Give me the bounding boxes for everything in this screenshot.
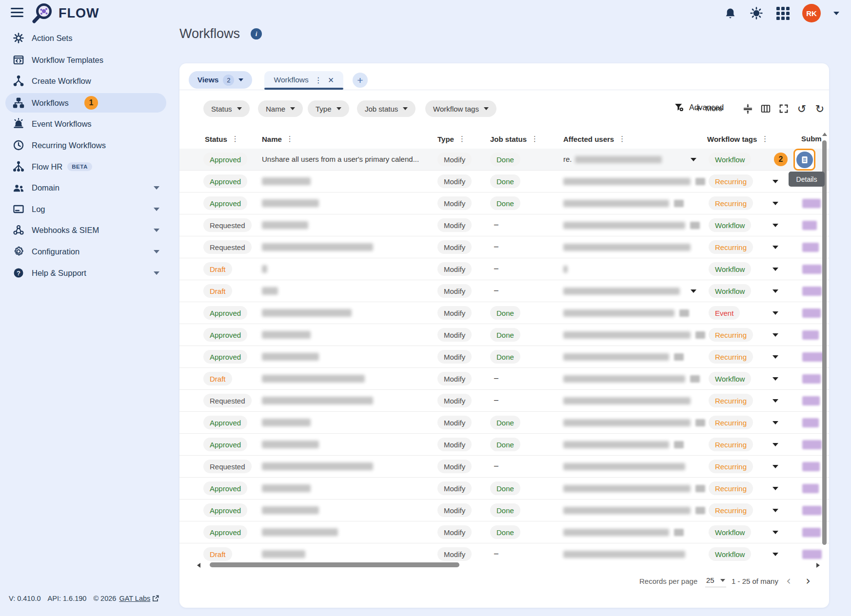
details-button[interactable] xyxy=(796,152,813,168)
table-row[interactable]: DraftModify–Workflow xyxy=(179,258,829,280)
horizontal-scrollbar[interactable] xyxy=(204,562,813,568)
tab-close-icon[interactable]: × xyxy=(328,75,334,85)
affected-users-chevron-down-icon[interactable] xyxy=(691,158,696,161)
theme-icon[interactable] xyxy=(750,6,763,20)
user-avatar[interactable]: RK xyxy=(802,4,821,22)
advanced-filters-button[interactable]: Advanced xyxy=(674,102,724,113)
table-row[interactable]: ApprovedModifyDoneRecurring xyxy=(179,478,829,500)
workflow-tag-chevron-down-icon[interactable] xyxy=(772,333,778,337)
filter-chip-workflow-tags[interactable]: Workflow tags xyxy=(425,100,496,117)
column-menu-kebab-icon[interactable]: ⋮ xyxy=(232,135,239,143)
workflow-tag-chevron-down-icon[interactable] xyxy=(772,355,778,359)
filter-chip-name[interactable]: Name xyxy=(258,100,303,117)
row-height-icon[interactable] xyxy=(741,102,754,116)
workflow-name-redacted xyxy=(262,375,365,383)
table-row[interactable]: ApprovedModifyDoneRecurring xyxy=(179,192,829,214)
chevron-down-icon[interactable] xyxy=(154,229,159,232)
table-row[interactable]: RequestedModify–Recurring xyxy=(179,390,829,412)
sidebar-item-event-workflows[interactable]: Event Workflows xyxy=(5,114,166,134)
notifications-icon[interactable] xyxy=(723,6,737,20)
filter-chip-type[interactable]: Type xyxy=(308,100,349,117)
chevron-down-icon[interactable] xyxy=(154,186,159,190)
sidebar-item-workflows[interactable]: Workflows1 xyxy=(5,93,166,113)
vertical-scrollbar[interactable] xyxy=(821,132,828,568)
table-row[interactable]: ApprovedModifyDoneEvent xyxy=(179,302,829,324)
workflow-tag-chevron-down-icon[interactable] xyxy=(772,289,778,293)
table-row[interactable]: ApprovedModifyDoneRecurring xyxy=(179,434,829,456)
affected-users-chevron-down-icon[interactable] xyxy=(691,289,696,293)
workflow-tag-chevron-down-icon[interactable] xyxy=(772,202,778,205)
add-tab-button[interactable]: + xyxy=(353,73,368,88)
table-row[interactable]: ApprovedModifyDoneRecurring xyxy=(179,500,829,521)
info-icon[interactable]: i xyxy=(251,28,262,39)
chevron-down-icon[interactable] xyxy=(154,208,159,211)
workflow-tag-chevron-down-icon[interactable] xyxy=(772,224,778,227)
views-dropdown[interactable]: Views 2 xyxy=(189,71,252,89)
workflow-tag-chevron-down-icon[interactable] xyxy=(772,421,778,424)
horizontal-scrollbar-thumb[interactable] xyxy=(210,562,459,567)
workflow-tag-chevron-down-icon[interactable] xyxy=(772,268,778,271)
gat-labs-link[interactable]: GAT Labs xyxy=(119,595,159,602)
sidebar-item-help-support[interactable]: ?Help & Support xyxy=(5,263,166,283)
records-per-page-select[interactable]: 25 xyxy=(705,576,726,587)
workflow-tag-chevron-down-icon[interactable] xyxy=(772,443,778,446)
scroll-up-icon[interactable] xyxy=(822,133,827,136)
sidebar-item-create-workflow[interactable]: Create Workflow xyxy=(5,71,166,91)
undo-icon[interactable]: ↺ xyxy=(795,102,809,116)
previous-page-button[interactable]: ‹ xyxy=(782,575,795,587)
chevron-down-icon[interactable] xyxy=(154,271,159,275)
workflow-tag-chevron-down-icon[interactable] xyxy=(772,311,778,315)
column-menu-kebab-icon[interactable]: ⋮ xyxy=(458,135,466,143)
sidebar-item-flow-hr[interactable]: Flow HRBETA xyxy=(5,157,166,176)
tab-menu-kebab-icon[interactable]: ⋮ xyxy=(315,76,322,85)
refresh-icon[interactable]: ↻ xyxy=(813,102,827,116)
scroll-left-icon[interactable] xyxy=(197,563,200,568)
table-row[interactable]: ApprovedModifyDoneRecurring xyxy=(179,324,829,346)
vertical-scrollbar-thumb[interactable] xyxy=(822,140,827,545)
chevron-down-icon[interactable] xyxy=(154,250,159,253)
columns-icon[interactable] xyxy=(759,102,772,116)
workflow-tag-chevron-down-icon[interactable] xyxy=(772,553,778,556)
workflow-tag-badge: Event xyxy=(709,306,740,320)
sidebar-item-log[interactable]: Log xyxy=(5,199,166,219)
table-row[interactable]: ApprovedModifyDoneWorkflow xyxy=(179,521,829,543)
column-menu-kebab-icon[interactable]: ⋮ xyxy=(286,135,294,143)
filter-chip-job-status[interactable]: Job status xyxy=(357,100,416,117)
scroll-right-icon[interactable] xyxy=(816,563,820,568)
sidebar-item-recurring-workflows[interactable]: Recurring Workflows xyxy=(5,135,166,155)
fullscreen-icon[interactable] xyxy=(777,102,791,116)
table-row[interactable]: ApprovedModifyDoneRecurring xyxy=(179,346,829,368)
table-row[interactable]: ApprovedUnshare all users from a user's … xyxy=(179,149,829,171)
table-row[interactable]: DraftModify–Workflow xyxy=(179,368,829,390)
hamburger-menu-button[interactable] xyxy=(11,8,23,18)
workflow-tag-chevron-down-icon[interactable] xyxy=(772,509,778,512)
sidebar-item-webhooks-siem[interactable]: Webhooks & SIEM xyxy=(5,220,166,240)
table-row[interactable]: DraftModify–Workflow xyxy=(179,280,829,302)
workflow-tag-chevron-down-icon[interactable] xyxy=(772,180,778,183)
table-row[interactable]: RequestedModify–Recurring xyxy=(179,456,829,478)
workflow-tag-chevron-down-icon[interactable] xyxy=(772,246,778,249)
workflow-tag-chevron-down-icon[interactable] xyxy=(772,487,778,490)
status-badge: Approved xyxy=(203,196,247,210)
workflow-tag-chevron-down-icon[interactable] xyxy=(772,531,778,534)
next-page-button[interactable]: › xyxy=(802,575,814,587)
table-row[interactable]: DraftModify–Workflow xyxy=(179,543,829,562)
tab-workflows[interactable]: Workflows ⋮ × xyxy=(264,71,343,89)
table-row[interactable]: RequestedModify–Recurring xyxy=(179,236,829,258)
apps-grid-icon[interactable] xyxy=(776,6,790,20)
workflow-tag-chevron-down-icon[interactable] xyxy=(772,399,778,403)
sidebar-item-action-sets[interactable]: Action Sets xyxy=(5,28,166,48)
workflow-tag-chevron-down-icon[interactable] xyxy=(772,377,778,381)
workflow-tag-chevron-down-icon[interactable] xyxy=(772,465,778,468)
sidebar-item-workflow-templates[interactable]: Workflow Templates xyxy=(5,50,166,70)
account-chevron-down-icon[interactable] xyxy=(833,12,839,15)
column-menu-kebab-icon[interactable]: ⋮ xyxy=(618,135,626,143)
table-row[interactable]: RequestedModify–Workflow xyxy=(179,214,829,236)
column-menu-kebab-icon[interactable]: ⋮ xyxy=(531,135,538,143)
sidebar-item-configuration[interactable]: Configuration xyxy=(5,242,166,261)
filter-chip-status[interactable]: Status xyxy=(203,100,250,117)
sidebar-item-domain[interactable]: Domain xyxy=(5,178,166,197)
column-menu-kebab-icon[interactable]: ⋮ xyxy=(761,135,769,143)
table-row[interactable]: ApprovedModifyDoneRecurring xyxy=(179,412,829,434)
table-row[interactable]: ApprovedModifyDoneRecurring xyxy=(179,171,829,192)
